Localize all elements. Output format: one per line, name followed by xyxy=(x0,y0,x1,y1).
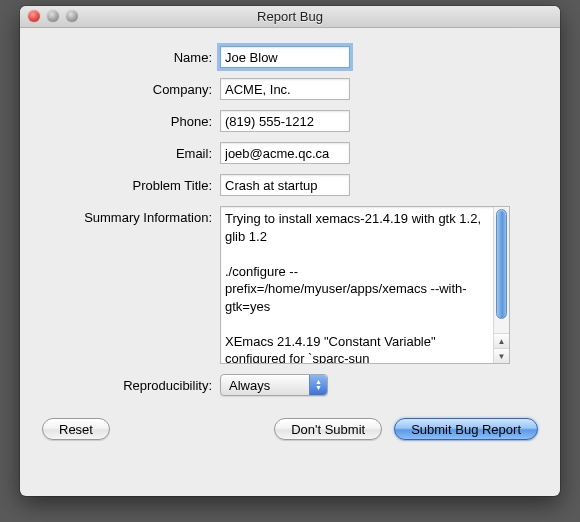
reproducibility-label: Reproducibility: xyxy=(40,374,220,393)
select-arrows-icon: ▲ ▼ xyxy=(309,375,327,395)
close-icon[interactable] xyxy=(28,10,40,22)
scroll-thumb[interactable] xyxy=(496,209,507,319)
problem-title-field[interactable] xyxy=(220,174,350,196)
dont-submit-button[interactable]: Don't Submit xyxy=(274,418,382,440)
summary-field-wrap: Trying to install xemacs-21.4.19 with gt… xyxy=(220,206,510,364)
window-title: Report Bug xyxy=(257,9,323,24)
summary-label: Summary Information: xyxy=(40,206,220,225)
summary-field[interactable]: Trying to install xemacs-21.4.19 with gt… xyxy=(221,207,493,363)
company-label: Company: xyxy=(40,78,220,97)
button-row: Reset Don't Submit Submit Bug Report xyxy=(40,418,540,440)
scrollbar[interactable]: ▲ ▼ xyxy=(493,207,509,363)
titlebar[interactable]: Report Bug xyxy=(20,6,560,28)
form-content: Name: Company: Phone: Email: Problem Tit… xyxy=(20,28,560,452)
zoom-icon[interactable] xyxy=(66,10,78,22)
traffic-lights xyxy=(28,10,78,22)
reproducibility-value: Always xyxy=(229,378,270,393)
name-label: Name: xyxy=(40,46,220,65)
scroll-down-arrow-icon[interactable]: ▼ xyxy=(494,348,509,363)
email-label: Email: xyxy=(40,142,220,161)
problem-title-label: Problem Title: xyxy=(40,174,220,193)
minimize-icon[interactable] xyxy=(47,10,59,22)
phone-label: Phone: xyxy=(40,110,220,129)
submit-bug-report-button[interactable]: Submit Bug Report xyxy=(394,418,538,440)
reproducibility-select[interactable]: Always ▲ ▼ xyxy=(220,374,328,396)
reset-button[interactable]: Reset xyxy=(42,418,110,440)
phone-field[interactable] xyxy=(220,110,350,132)
email-field[interactable] xyxy=(220,142,350,164)
company-field[interactable] xyxy=(220,78,350,100)
scroll-up-arrow-icon[interactable]: ▲ xyxy=(494,333,509,348)
report-bug-window: Report Bug Name: Company: Phone: Email: … xyxy=(20,6,560,496)
name-field[interactable] xyxy=(220,46,350,68)
